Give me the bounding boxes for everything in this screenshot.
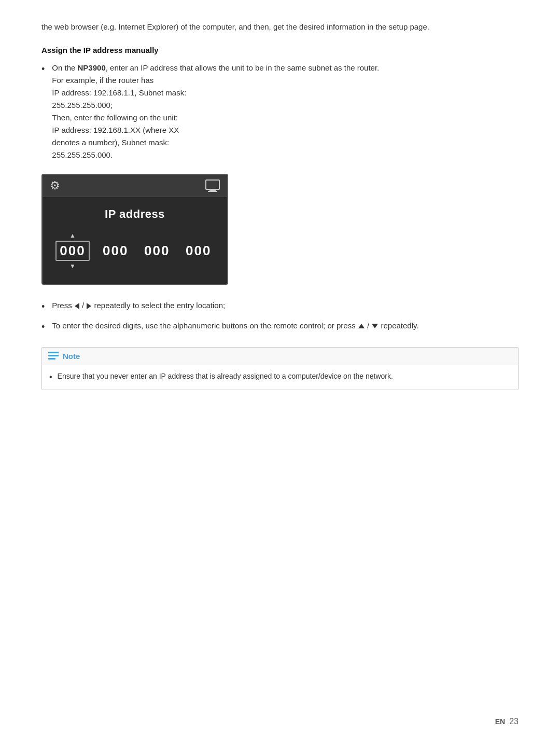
- ip-segment-1: 000: [100, 243, 131, 259]
- left-arrow-icon: [75, 303, 79, 309]
- example-line2: IP address: 192.168.1.1, Subnet mask:: [52, 88, 186, 97]
- press-text-after: repeatedly to select the entry location;: [94, 301, 226, 310]
- ip-segment-3-wrapper: ▲ 000 ▼: [183, 234, 214, 267]
- ip-segment-1-wrapper: ▲ 000 ▼: [100, 234, 131, 267]
- press-bullet-content: Press / repeatedly to select the entry l…: [52, 299, 519, 312]
- note-icon: [48, 352, 59, 360]
- enter-slash: /: [367, 321, 371, 330]
- monitor-icon: [205, 179, 220, 192]
- note-title: Note: [63, 352, 80, 361]
- bullet-np3900-content: On the NP3900, enter an IP address that …: [52, 62, 519, 161]
- svg-rect-5: [48, 358, 55, 359]
- ip-segment-2-wrapper: ▲ 000 ▼: [142, 234, 173, 267]
- example-line1: For example, if the router has: [52, 76, 153, 85]
- svg-rect-0: [206, 180, 219, 189]
- ip-fields-row: ▲ 000 ▼ ▲ 000 ▼ ▲ 000 ▼ ▲ 000: [55, 232, 214, 269]
- example-line5: IP address: 192.168.1.XX (where XX: [52, 126, 179, 134]
- note-header: Note: [42, 348, 518, 365]
- right-arrow-icon: [87, 303, 91, 309]
- list-item-press: Press / repeatedly to select the entry l…: [41, 299, 519, 314]
- list-item-enter: To enter the desired digits, use the alp…: [41, 320, 519, 335]
- ip-arrow-down-0: ▼: [69, 263, 76, 269]
- svg-rect-1: [209, 189, 216, 191]
- example-line7: 255.255.255.000.: [52, 150, 113, 159]
- note-content: Ensure that you never enter an IP addres…: [42, 365, 518, 390]
- page-lang: EN: [495, 717, 505, 726]
- press-label: Press: [52, 301, 74, 310]
- ip-segment-0: 000: [55, 241, 89, 261]
- enter-text-before: To enter the desired digits, use the alp…: [52, 321, 358, 330]
- example-line4: Then, enter the following on the unit:: [52, 113, 178, 122]
- enter-bullet-content: To enter the desired digits, use the alp…: [52, 320, 519, 332]
- enter-text-end: repeatedly.: [381, 321, 419, 330]
- list-item: On the NP3900, enter an IP address that …: [41, 62, 519, 161]
- ip-segment-3: 000: [183, 243, 214, 259]
- bullet-suffix: , enter an IP address that allows the un…: [106, 63, 380, 72]
- note-box: Note Ensure that you never enter an IP a…: [41, 347, 519, 391]
- svg-rect-4: [48, 355, 59, 356]
- section-heading: Assign the IP address manually: [41, 46, 519, 54]
- press-slash: /: [82, 301, 86, 310]
- device-screen: ⚙ IP address ▲ 000 ▼ ▲ 000 ▼: [41, 174, 228, 285]
- example-line6: denotes a number), Subnet mask:: [52, 138, 169, 147]
- after-screen-bullets: Press / repeatedly to select the entry l…: [41, 299, 519, 335]
- gear-icon: ⚙: [50, 179, 60, 192]
- svg-rect-3: [48, 352, 59, 353]
- page-footer: EN 23: [495, 717, 519, 726]
- bullet-prefix: On the: [52, 63, 77, 72]
- device-body: IP address ▲ 000 ▼ ▲ 000 ▼ ▲ 000 ▼: [43, 197, 227, 284]
- intro-text: the web browser (e.g. Internet Explorer)…: [41, 21, 519, 33]
- down-arrow-icon: [372, 324, 378, 328]
- ip-arrow-up-0: ▲: [69, 232, 76, 239]
- svg-rect-2: [208, 191, 217, 192]
- ip-address-title: IP address: [105, 208, 165, 221]
- note-text: Ensure that you never enter an IP addres…: [58, 370, 393, 382]
- ip-segment-0-wrapper: ▲ 000 ▼: [55, 232, 89, 269]
- assign-bullet-list: On the NP3900, enter an IP address that …: [41, 62, 519, 161]
- device-top-bar: ⚙: [43, 175, 227, 197]
- ip-segment-2: 000: [142, 243, 173, 259]
- up-arrow-icon: [358, 324, 365, 328]
- note-list-item: Ensure that you never enter an IP addres…: [49, 370, 511, 384]
- example-line3: 255.255.255.000;: [52, 101, 113, 109]
- model-name: NP3900: [78, 63, 106, 72]
- page-number: 23: [509, 717, 519, 726]
